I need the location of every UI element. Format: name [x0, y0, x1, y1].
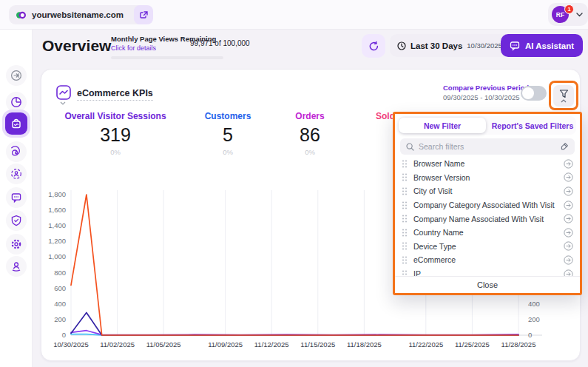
sidebar-collapse-icon[interactable] [6, 65, 27, 86]
notification-badge: 1 [564, 4, 574, 14]
filter-list-item[interactable]: Company Category Associated With Visit [395, 198, 580, 212]
svg-text:11/18/2025: 11/18/2025 [347, 340, 382, 349]
refresh-button[interactable] [362, 34, 385, 58]
sidebar-item-settings-gear-icon[interactable] [6, 234, 27, 255]
filter-list-item[interactable]: Country Name [395, 226, 580, 240]
svg-text:1,600: 1,600 [48, 206, 66, 214]
svg-text:400: 400 [54, 300, 66, 308]
arrow-circle-right-icon[interactable] [564, 172, 573, 182]
svg-text:11/22/2025: 11/22/2025 [408, 340, 443, 349]
kpis-card-icon [55, 84, 72, 101]
user-menu[interactable]: RF 1 [548, 3, 588, 26]
compare-toggle[interactable] [521, 86, 547, 101]
svg-text:0: 0 [62, 331, 66, 339]
search-input[interactable] [419, 142, 555, 151]
svg-text:200: 200 [54, 315, 66, 323]
drag-handle-icon[interactable] [402, 270, 408, 276]
refresh-icon [368, 41, 379, 52]
filter-item-label: Country Name [413, 228, 558, 237]
page-title: Overview [42, 37, 111, 55]
sidebar-item-ecommerce-bag-icon[interactable] [5, 112, 27, 135]
range-label: Last 30 Days [410, 41, 462, 50]
chevron-up-icon [561, 99, 567, 103]
ai-assistant-label: AI Assistant [525, 41, 574, 50]
tab-saved-filters[interactable]: Report's Saved Filters [489, 118, 576, 133]
kpi-label[interactable]: Overall Visitor Sessions [60, 111, 171, 121]
arrow-circle-right-icon[interactable] [564, 255, 573, 265]
filter-item-label: Company Name Associated With Visit [413, 215, 558, 223]
svg-text:1,200: 1,200 [48, 237, 66, 245]
drag-handle-icon[interactable] [402, 160, 408, 168]
arrow-circle-right-icon[interactable] [564, 186, 573, 196]
sidebar-item-behavior-spiral-icon[interactable] [6, 141, 27, 162]
site-selector[interactable]: yourwebsitename.com [9, 5, 152, 24]
filter-list-item[interactable]: City of Visit [395, 184, 580, 198]
svg-text:200: 200 [528, 315, 540, 323]
arrow-circle-right-icon[interactable] [564, 159, 573, 169]
filter-panel: New Filter Report's Saved Filters Browse… [393, 112, 582, 295]
drag-handle-icon[interactable] [402, 215, 408, 223]
drag-handle-icon[interactable] [402, 173, 408, 181]
filter-list-item[interactable]: eCommerce [395, 253, 580, 267]
open-site-button[interactable] [134, 5, 153, 24]
site-domain: yourwebsitename.com [32, 10, 124, 19]
kpi-column: Orders 86 0% [254, 111, 365, 156]
svg-text:11/09/2025: 11/09/2025 [208, 340, 243, 349]
svg-text:11/02/2025: 11/02/2025 [100, 340, 135, 349]
sidebar-item-visitor-location-icon[interactable] [6, 256, 27, 277]
filter-item-label: Browser Version [413, 173, 558, 182]
sidebar-item-privacy-shield-icon[interactable] [6, 210, 27, 231]
kpi-label[interactable]: Orders [254, 111, 365, 121]
sidebar-item-analytics-pie-icon[interactable] [6, 92, 27, 112]
arrow-circle-right-icon[interactable] [564, 269, 573, 276]
kpi-value: 319 [60, 124, 171, 146]
clock-icon [397, 41, 406, 50]
arrow-circle-right-icon[interactable] [564, 214, 573, 223]
external-link-icon [139, 10, 149, 20]
drag-handle-icon[interactable] [402, 187, 408, 195]
ai-assistant-button[interactable]: AI Assistant [501, 34, 583, 57]
kpi-column: Overall Visitor Sessions 319 0% [60, 111, 171, 156]
drag-handle-icon[interactable] [402, 229, 408, 237]
close-button[interactable]: Close [395, 276, 580, 293]
kpi-delta: 0% [60, 148, 171, 156]
pageviews-count: 99,971 of 100,000 [190, 39, 250, 47]
drag-handle-icon[interactable] [402, 201, 408, 209]
clear-search-icon[interactable] [560, 142, 569, 151]
svg-text:11/28/2025: 11/28/2025 [501, 340, 536, 349]
filter-item-label: IP [413, 269, 558, 276]
svg-text:800: 800 [54, 269, 66, 277]
filter-button[interactable] [553, 85, 574, 107]
filter-list-item[interactable]: Device Type [395, 240, 580, 254]
arrow-circle-right-icon[interactable] [564, 241, 573, 251]
drag-handle-icon[interactable] [402, 256, 408, 264]
svg-text:11/12/2025: 11/12/2025 [254, 340, 289, 349]
compare-dates: 09/30/2025 - 10/30/2025 [443, 93, 529, 101]
funnel-icon [559, 90, 569, 98]
filter-search[interactable] [400, 138, 575, 155]
sidebar-item-feedback-chat-icon[interactable] [6, 187, 27, 208]
svg-text:1,000: 1,000 [48, 252, 66, 260]
site-favicon-icon [16, 10, 27, 21]
sidebar-item-audience-target-icon[interactable] [6, 164, 27, 184]
tab-new-filter[interactable]: New Filter [399, 118, 486, 133]
svg-text:1,400: 1,400 [48, 221, 66, 229]
sidebar [0, 30, 33, 367]
svg-text:400: 400 [528, 300, 540, 308]
chevron-down-icon[interactable] [60, 101, 66, 105]
filter-list-item[interactable]: Browser Version [395, 171, 580, 185]
arrow-circle-right-icon[interactable] [564, 201, 573, 210]
filter-list-item[interactable]: Company Name Associated With Visit [395, 212, 580, 226]
filter-list-item[interactable]: Browser Name [395, 157, 580, 171]
drag-handle-icon[interactable] [402, 242, 408, 250]
card-title[interactable]: eCommerce KPIs [77, 88, 153, 101]
filter-list-item[interactable]: IP [395, 267, 580, 276]
compare-label: Compare Previous Period [443, 84, 529, 92]
filter-item-label: eCommerce [413, 255, 558, 264]
svg-text:11/25/2025: 11/25/2025 [455, 340, 490, 349]
svg-text:0: 0 [528, 331, 532, 339]
svg-text:11/15/2025: 11/15/2025 [300, 340, 335, 349]
arrow-circle-right-icon[interactable] [564, 228, 573, 238]
svg-text:10/30/2025: 10/30/2025 [53, 340, 89, 349]
chevron-down-icon [576, 13, 583, 17]
